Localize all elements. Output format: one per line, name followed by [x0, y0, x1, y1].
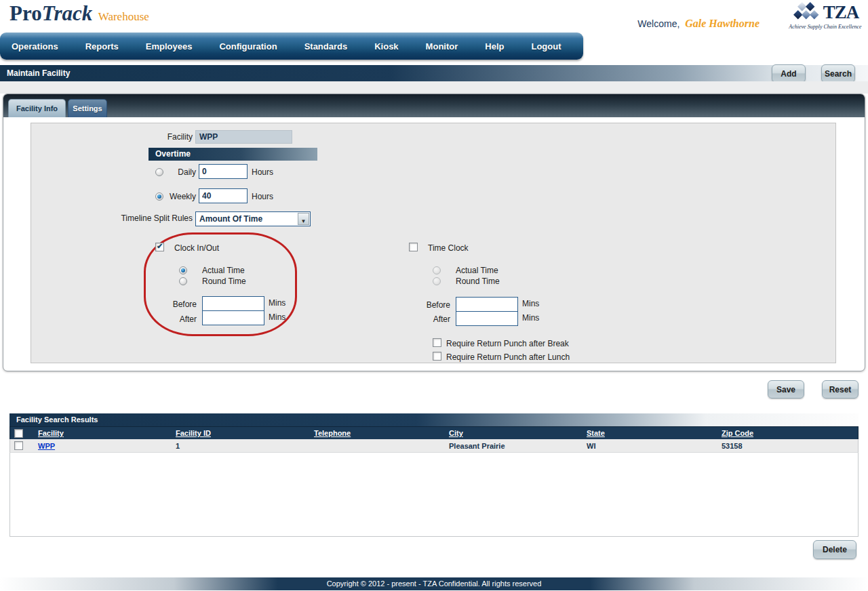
- col-facility[interactable]: Facility: [34, 429, 172, 437]
- results-empty-area: [9, 453, 859, 537]
- cell-state: WI: [583, 442, 717, 450]
- nav-item-help[interactable]: Help: [485, 41, 504, 52]
- weekly-radio[interactable]: [155, 192, 163, 201]
- logo-warehouse-text: Warehouse: [98, 10, 149, 23]
- save-button[interactable]: Save: [768, 380, 804, 399]
- nav-item-logout[interactable]: Logout: [531, 41, 561, 52]
- tc-before-input[interactable]: [456, 297, 518, 312]
- cio-round-time-label: Round Time: [202, 277, 246, 286]
- tc-before-label: Before: [416, 300, 450, 310]
- facility-field: WPP: [195, 130, 292, 144]
- nav-item-operations[interactable]: Operations: [12, 41, 58, 52]
- tc-after-label: After: [416, 314, 450, 324]
- cell-zip-code: 53158: [717, 442, 858, 450]
- timeline-split-rules-select[interactable]: Amount Of Time ▼: [195, 211, 311, 226]
- time-clock-checkbox[interactable]: [409, 243, 418, 251]
- daily-label: Daily: [163, 167, 196, 177]
- row-select-checkbox[interactable]: [14, 441, 23, 450]
- daily-radio[interactable]: [155, 168, 163, 176]
- main-nav: Operations Reports Employees Configurati…: [0, 33, 583, 60]
- require-return-break-checkbox[interactable]: [433, 338, 441, 347]
- tza-diamonds-icon: [792, 1, 823, 23]
- welcome-prefix: Welcome,: [637, 18, 679, 29]
- cio-after-label: After: [163, 314, 197, 324]
- nav-item-configuration[interactable]: Configuration: [219, 41, 277, 52]
- timeline-split-rules-label: Timeline Split Rules: [91, 213, 193, 223]
- tc-after-unit: Mins: [522, 313, 539, 323]
- maintain-facility-panel: Facility Info Settings Facility WPP Over…: [3, 94, 865, 371]
- select-all-checkbox[interactable]: [14, 429, 23, 438]
- chevron-down-icon: ▼: [301, 218, 307, 224]
- col-state[interactable]: State: [583, 429, 717, 437]
- clock-in-out-checkbox[interactable]: [155, 243, 164, 251]
- footer-bar: Copyright © 2012 - present - TZA Confide…: [0, 577, 868, 590]
- table-row: WPP 1 Pleasant Prairie WI 53158: [9, 439, 859, 453]
- nav-item-reports[interactable]: Reports: [85, 41, 119, 52]
- cio-after-input[interactable]: [202, 310, 264, 325]
- page-title-bar: Maintain Facility: [0, 65, 868, 81]
- results-title-bar: Facility Search Results: [9, 413, 859, 426]
- clock-in-out-label: Clock In/Out: [174, 243, 219, 253]
- tc-actual-time-label: Actual Time: [456, 266, 498, 275]
- nav-item-monitor[interactable]: Monitor: [426, 41, 458, 52]
- protrack-logo: ProTrack Warehouse: [9, 1, 149, 26]
- cio-actual-time-label: Actual Time: [202, 266, 245, 275]
- weekly-label: Weekly: [163, 192, 196, 201]
- nav-item-employees[interactable]: Employees: [146, 41, 193, 52]
- tc-round-time-label: Round Time: [456, 277, 500, 286]
- overtime-section-header: Overtime: [149, 148, 317, 161]
- logo-track-text: Track: [42, 1, 93, 25]
- welcome-message: Welcome, Gale Hawthorne: [637, 18, 760, 30]
- require-return-break-label: Require Return Punch after Break: [446, 339, 569, 348]
- cio-actual-time-radio[interactable]: [179, 266, 187, 274]
- delete-button[interactable]: Delete: [813, 540, 856, 559]
- tza-name: TZA: [823, 2, 859, 23]
- reset-button[interactable]: Reset: [822, 380, 859, 399]
- col-telephone[interactable]: Telephone: [310, 429, 445, 437]
- top-header: ProTrack Warehouse Welcome, Gale Hawthor…: [0, 0, 868, 33]
- tab-settings[interactable]: Settings: [68, 99, 107, 117]
- timeline-split-rules-value: Amount Of Time: [196, 212, 310, 226]
- daily-hours-unit: Hours: [252, 167, 273, 177]
- time-clock-label: Time Clock: [428, 243, 469, 253]
- facility-search-results: Facility Search Results Facility Facilit…: [9, 413, 859, 537]
- require-return-lunch-label: Require Return Punch after Lunch: [446, 352, 570, 362]
- daily-hours-input[interactable]: [199, 164, 248, 179]
- col-zip-code[interactable]: Zip Code: [717, 429, 858, 437]
- col-city[interactable]: City: [445, 429, 583, 437]
- col-facility-id[interactable]: Facility ID: [172, 429, 310, 437]
- cio-after-unit: Mins: [269, 312, 285, 322]
- tza-tagline: Achieve Supply Chain Excellence: [784, 24, 867, 30]
- cell-facility-link[interactable]: WPP: [34, 442, 172, 450]
- search-button[interactable]: Search: [821, 64, 855, 83]
- add-button[interactable]: Add: [772, 64, 806, 83]
- weekly-hours-unit: Hours: [252, 192, 273, 201]
- cio-before-label: Before: [163, 300, 197, 309]
- cell-city: Pleasant Prairie: [445, 442, 583, 450]
- cio-before-unit: Mins: [269, 298, 285, 308]
- user-name: Gale Hawthorne: [685, 18, 760, 29]
- tc-actual-time-radio[interactable]: [433, 266, 441, 274]
- facility-label: Facility: [125, 132, 193, 142]
- tza-logo: TZA Achieve Supply Chain Excellence: [784, 1, 867, 30]
- logo-pro-text: Pro: [9, 1, 42, 25]
- require-return-lunch-checkbox[interactable]: [433, 352, 441, 361]
- nav-item-kiosk[interactable]: Kiosk: [374, 41, 398, 52]
- page-title: Maintain Facility: [0, 65, 868, 81]
- tc-after-input[interactable]: [456, 311, 518, 326]
- settings-form-panel: Facility WPP Overtime Daily Hours Weekly…: [31, 123, 836, 363]
- results-header-row: Facility Facility ID Telephone City Stat…: [9, 426, 859, 439]
- dropdown-arrow-button[interactable]: ▼: [298, 213, 309, 225]
- tab-facility-info[interactable]: Facility Info: [8, 99, 66, 117]
- cell-facility-id: 1: [172, 442, 310, 450]
- tc-round-time-radio[interactable]: [433, 277, 441, 285]
- cio-round-time-radio[interactable]: [179, 277, 187, 285]
- spacer-strip: [0, 81, 868, 94]
- nav-item-standards[interactable]: Standards: [304, 41, 348, 52]
- tc-before-unit: Mins: [522, 299, 539, 308]
- weekly-hours-input[interactable]: [199, 188, 248, 203]
- copyright-text: Copyright © 2012 - present - TZA Confide…: [0, 577, 868, 590]
- cio-before-input[interactable]: [202, 296, 264, 311]
- tab-strip: Facility Info Settings: [3, 94, 865, 117]
